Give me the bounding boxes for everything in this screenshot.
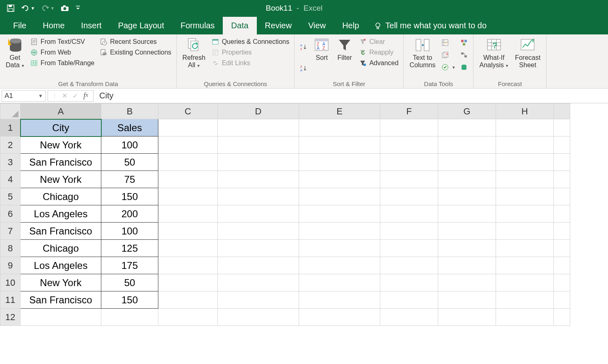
tab-file[interactable]: File [5, 17, 34, 34]
cell[interactable] [496, 291, 554, 309]
cell[interactable] [218, 154, 299, 171]
column-header[interactable]: D [218, 104, 299, 119]
column-header[interactable]: H [496, 104, 554, 119]
cell[interactable] [380, 223, 438, 240]
cell[interactable] [218, 188, 299, 205]
cell[interactable]: 125 [101, 240, 158, 257]
advanced-filter-button[interactable]: Advanced [357, 58, 400, 68]
cell[interactable] [380, 171, 438, 188]
cell[interactable] [554, 171, 570, 188]
cell[interactable] [101, 309, 158, 326]
cell[interactable] [158, 309, 218, 326]
cell[interactable] [218, 223, 299, 240]
cell[interactable] [554, 119, 570, 136]
fx-icon[interactable]: fx [82, 91, 90, 100]
column-header[interactable]: E [299, 104, 380, 119]
cell[interactable] [496, 274, 554, 291]
cell[interactable] [218, 136, 299, 154]
cell[interactable] [438, 274, 496, 291]
cell[interactable] [496, 171, 554, 188]
cell[interactable] [380, 119, 438, 136]
cell[interactable] [158, 205, 218, 223]
cell[interactable] [438, 171, 496, 188]
cell[interactable] [218, 257, 299, 274]
cell[interactable] [438, 188, 496, 205]
cell[interactable] [496, 240, 554, 257]
cell[interactable]: 100 [101, 223, 158, 240]
recent-sources-button[interactable]: Recent Sources [98, 37, 173, 47]
cell[interactable] [299, 257, 380, 274]
cell[interactable] [496, 205, 554, 223]
filter-button[interactable]: Filter [334, 36, 355, 62]
cell[interactable] [299, 136, 380, 154]
get-data-button[interactable]: Get Data ▾ [3, 36, 27, 70]
cell[interactable] [380, 274, 438, 291]
cell[interactable] [158, 171, 218, 188]
row-header[interactable]: 9 [0, 257, 21, 274]
cell[interactable] [496, 154, 554, 171]
cell[interactable] [380, 205, 438, 223]
cell[interactable] [554, 291, 570, 309]
cell[interactable] [438, 223, 496, 240]
from-text-csv-button[interactable]: From Text/CSV [28, 37, 96, 47]
cell[interactable] [299, 274, 380, 291]
cell[interactable] [554, 205, 570, 223]
customize-qat-button[interactable] [74, 2, 82, 14]
cell[interactable] [218, 291, 299, 309]
cell[interactable] [299, 291, 380, 309]
column-header[interactable]: C [158, 104, 218, 119]
cell[interactable] [158, 240, 218, 257]
flash-fill-button[interactable] [439, 38, 457, 48]
cell[interactable]: Sales [101, 119, 158, 136]
row-header[interactable]: 4 [0, 171, 21, 188]
formula-input[interactable]: City [95, 90, 608, 102]
row-header[interactable]: 7 [0, 223, 21, 240]
queries-connections-button[interactable]: Queries & Connections [210, 37, 291, 47]
column-header[interactable]: A [21, 104, 101, 119]
cell[interactable] [380, 257, 438, 274]
cell[interactable] [21, 309, 101, 326]
cell[interactable] [496, 119, 554, 136]
forecast-sheet-button[interactable]: Forecast Sheet [512, 36, 543, 70]
row-header[interactable]: 10 [0, 274, 21, 291]
cell[interactable]: Chicago [21, 240, 101, 257]
row-header[interactable]: 1 [0, 119, 21, 136]
row-header[interactable]: 6 [0, 205, 21, 223]
cell[interactable] [299, 119, 380, 136]
cell[interactable] [299, 309, 380, 326]
row-header[interactable]: 2 [0, 136, 21, 154]
from-web-button[interactable]: From Web [28, 48, 96, 57]
tab-data[interactable]: Data [223, 17, 256, 34]
cell[interactable]: San Francisco [21, 291, 101, 309]
column-header[interactable]: F [380, 104, 438, 119]
cell[interactable] [438, 136, 496, 154]
cell[interactable] [158, 257, 218, 274]
cell[interactable] [554, 136, 570, 154]
camera-button[interactable] [59, 2, 71, 14]
cell[interactable]: Chicago [21, 188, 101, 205]
cell[interactable] [218, 119, 299, 136]
data-validation-button[interactable]: ▾ [439, 62, 457, 72]
cell[interactable]: San Francisco [21, 223, 101, 240]
tab-insert[interactable]: Insert [73, 17, 110, 34]
tab-page-layout[interactable]: Page Layout [110, 17, 172, 34]
cell[interactable] [496, 136, 554, 154]
manage-data-model-button[interactable] [458, 62, 470, 72]
spreadsheet-grid[interactable]: ABCDEFGH1CitySales2New York1003San Franc… [0, 103, 608, 326]
cell[interactable] [438, 309, 496, 326]
cell[interactable] [554, 309, 570, 326]
row-header[interactable]: 5 [0, 188, 21, 205]
tab-view[interactable]: View [300, 17, 334, 34]
select-all-corner[interactable] [0, 104, 21, 119]
relationships-button[interactable] [458, 50, 470, 60]
cell[interactable] [496, 257, 554, 274]
cell[interactable]: 150 [101, 291, 158, 309]
remove-duplicates-button[interactable] [439, 50, 457, 60]
cell[interactable] [158, 154, 218, 171]
name-box[interactable]: A1 ▼ [2, 90, 46, 102]
cell[interactable] [380, 188, 438, 205]
cell[interactable] [218, 274, 299, 291]
cell[interactable] [158, 188, 218, 205]
cell[interactable] [380, 291, 438, 309]
tab-help[interactable]: Help [334, 17, 367, 34]
